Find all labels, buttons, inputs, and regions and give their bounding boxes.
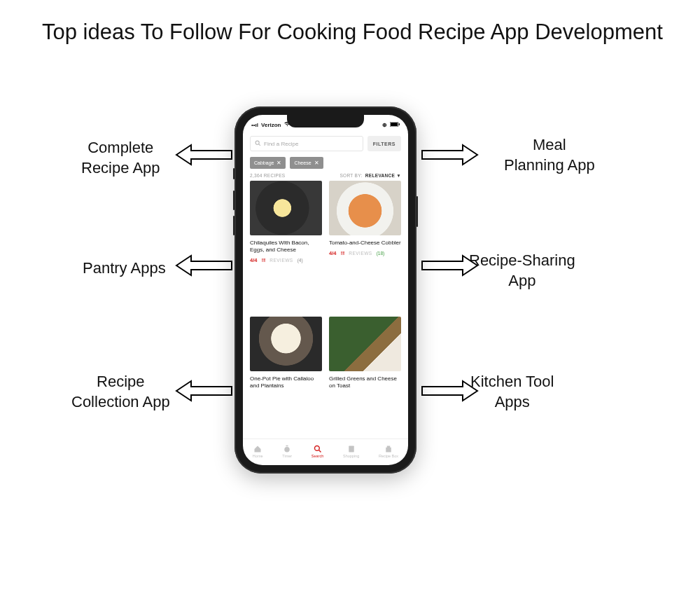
arrow-left-icon [174, 252, 234, 279]
reviews-count: (4) [298, 258, 303, 263]
search-icon [314, 445, 322, 453]
label-recipe-sharing-app: Recipe-Sharing App [469, 251, 575, 291]
arrow-right-icon [420, 141, 479, 168]
forks-icon: !!!! [340, 251, 344, 256]
tab-timer[interactable]: Timer [282, 445, 292, 458]
notch [287, 115, 364, 127]
search-placeholder: Find a Recipe [264, 141, 298, 147]
search-icon [255, 140, 261, 148]
forks-icon: !!!! [261, 258, 265, 263]
volume-down-button [233, 216, 234, 235]
recipe-card[interactable]: Grilled Greens and Cheese on Toast [329, 317, 401, 436]
recipe-title: Grilled Greens and Cheese on Toast [329, 375, 401, 389]
svg-line-8 [318, 450, 321, 453]
tab-bar: Home Timer Search Shopping Recipe Box [243, 438, 408, 465]
recipe-grid: Chilaquiles With Bacon, Eggs, and Cheese… [243, 181, 408, 438]
arrow-left-icon [174, 141, 234, 168]
volume-up-button [233, 191, 234, 210]
label-recipe-collection-app: Recipe Collection App [71, 372, 170, 412]
reviews-label: REVIEWS [270, 258, 293, 263]
battery-icon [390, 122, 400, 128]
tab-recipe-box[interactable]: Recipe Box [379, 445, 398, 458]
carrier-label: Verizon [261, 122, 281, 128]
arrow-right-icon [420, 252, 479, 279]
chip-cabbage[interactable]: Cabbage ✕ [250, 157, 286, 169]
recipe-image [329, 181, 401, 235]
recipe-title: Chilaquiles With Bacon, Eggs, and Cheese [250, 240, 322, 254]
close-icon[interactable]: ✕ [276, 160, 281, 166]
filters-button[interactable]: FILTERS [368, 136, 401, 151]
close-icon[interactable]: ✕ [314, 160, 319, 166]
phone-frame: ••ıl Verizon 11:28 AM ⊕ [234, 106, 416, 474]
recipe-title: One-Pot Pie with Callaloo and Plantains [250, 375, 322, 389]
sort-control[interactable]: SORT BY: RELEVANCE ▼ [340, 173, 401, 178]
label-pantry-apps: Pantry Apps [83, 258, 166, 279]
orientation-lock-icon: ⊕ [382, 122, 387, 128]
svg-point-5 [284, 447, 290, 453]
arrow-right-icon [420, 378, 479, 404]
svg-rect-10 [386, 448, 391, 453]
chip-label: Cabbage [254, 160, 274, 165]
home-icon [253, 445, 262, 453]
reviews-label: REVIEWS [349, 251, 372, 256]
tab-label: Search [312, 454, 323, 458]
tab-search[interactable]: Search [312, 445, 323, 458]
power-button [416, 196, 418, 227]
svg-point-7 [314, 446, 319, 451]
recipe-card[interactable]: Chilaquiles With Bacon, Eggs, and Cheese… [250, 181, 322, 310]
filter-chips: Cabbage ✕ Cheese ✕ [243, 156, 408, 173]
chip-label: Cheese [294, 160, 311, 165]
label-meal-planning-app: Meal Planning App [504, 135, 595, 175]
tab-shopping[interactable]: Shopping [343, 445, 359, 458]
tab-label: Recipe Box [379, 454, 398, 458]
recipe-count: 2,364 RECIPES [250, 173, 286, 178]
svg-rect-2 [399, 123, 400, 125]
tab-label: Timer [282, 454, 292, 458]
svg-point-3 [255, 141, 259, 144]
recipe-card[interactable]: Tomato-and-Cheese Cobbler 4/4 !!!! REVIE… [329, 181, 401, 310]
rating-value: 4/4 [250, 257, 257, 263]
arrow-left-icon [174, 378, 234, 404]
timer-icon [283, 445, 291, 453]
search-input[interactable]: Find a Recipe [250, 136, 363, 151]
tab-label: Shopping [343, 454, 359, 458]
signal-icon: ••ıl [251, 122, 258, 128]
recipe-image [250, 317, 322, 371]
tab-home[interactable]: Home [253, 445, 263, 458]
recipe-image [329, 317, 401, 371]
recipe-card[interactable]: One-Pot Pie with Callaloo and Plantains [250, 317, 322, 436]
silence-switch [233, 168, 234, 179]
svg-line-4 [259, 144, 260, 145]
svg-rect-1 [391, 123, 398, 126]
svg-rect-9 [349, 446, 354, 453]
recipe-box-icon [384, 445, 393, 453]
shopping-icon [347, 445, 356, 453]
tab-label: Home [253, 454, 263, 458]
label-complete-recipe-app: Complete Recipe App [81, 138, 160, 178]
page-title: Top ideas To Follow For Cooking Food Rec… [42, 20, 663, 45]
recipe-title: Tomato-and-Cheese Cobbler [329, 240, 401, 247]
svg-rect-6 [286, 446, 288, 447]
svg-rect-11 [387, 446, 391, 448]
rating-value: 4/4 [329, 250, 336, 256]
label-kitchen-tool-apps: Kitchen Tool Apps [470, 372, 554, 412]
chip-cheese[interactable]: Cheese ✕ [290, 157, 323, 169]
reviews-count: (18) [377, 251, 385, 256]
recipe-image [250, 181, 322, 235]
